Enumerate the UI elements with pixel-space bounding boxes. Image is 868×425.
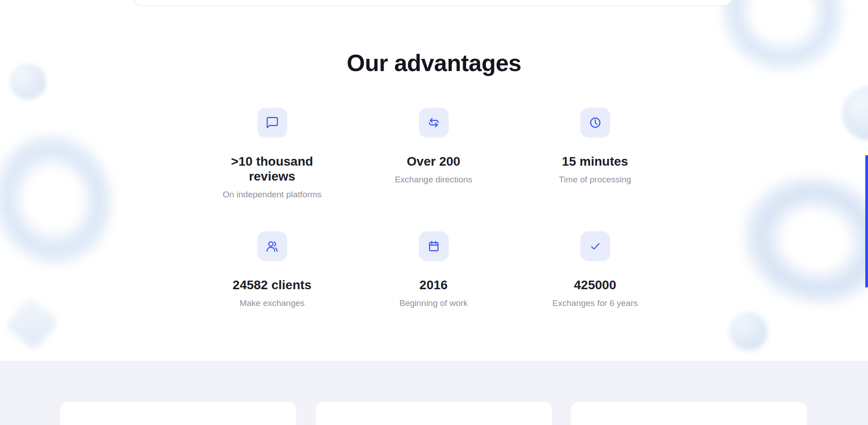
advantage-item: >10 thousand reviewsOn independent platf… bbox=[191, 108, 353, 201]
check-icon-box bbox=[580, 231, 610, 261]
review-card bbox=[60, 402, 296, 425]
advantage-subtext: Exchange directions bbox=[353, 174, 514, 186]
advantage-heading: Over 200 bbox=[353, 154, 514, 169]
advantage-item: 15 minutesTime of processing bbox=[514, 108, 676, 201]
advantage-subtext: Time of processing bbox=[514, 174, 676, 186]
exchange-arrows-icon-box bbox=[419, 108, 449, 138]
advantage-heading: 24582 clients bbox=[191, 277, 353, 292]
advantage-heading: 2016 bbox=[353, 277, 514, 292]
reviews-section bbox=[0, 361, 868, 425]
advantage-item: 24582 clientsMake exchanges bbox=[191, 231, 353, 309]
scrollbar-thumb[interactable] bbox=[865, 155, 868, 287]
sphere-decoration-right bbox=[842, 86, 868, 140]
page: Our advantages >10 thousand reviewsOn in… bbox=[0, 0, 868, 425]
exchange-form-card-bottom bbox=[133, 0, 733, 6]
users-icon bbox=[266, 239, 279, 253]
advantage-item: 425000Exchanges for 6 years bbox=[514, 231, 676, 309]
torus-3d-decoration-left bbox=[0, 91, 183, 321]
advantage-heading: 425000 bbox=[514, 277, 676, 292]
advantage-heading: 15 minutes bbox=[514, 154, 676, 169]
torus-3d-decoration-bottom-right bbox=[696, 135, 868, 372]
advantage-subtext: Exchanges for 6 years bbox=[514, 298, 676, 309]
clock-icon bbox=[588, 116, 602, 129]
sphere-decoration-bottom-right bbox=[729, 312, 768, 351]
message-square-icon bbox=[266, 116, 279, 129]
advantage-subtext: On independent platforms bbox=[191, 189, 353, 201]
clock-icon-box bbox=[580, 108, 610, 138]
advantage-item: 2016Beginning of work bbox=[353, 231, 514, 309]
advantage-subtext: Make exchanges bbox=[191, 298, 353, 309]
review-card bbox=[316, 402, 552, 425]
check-icon bbox=[588, 239, 602, 253]
calendar-icon bbox=[427, 239, 441, 253]
advantage-subtext: Beginning of work bbox=[353, 298, 514, 309]
cube-decoration-bottom-left bbox=[5, 296, 59, 351]
message-square-icon-box bbox=[257, 108, 287, 138]
calendar-icon-box bbox=[419, 231, 449, 261]
advantages-grid: >10 thousand reviewsOn independent platf… bbox=[191, 108, 676, 309]
section-title: Our advantages bbox=[0, 49, 868, 77]
advantage-heading: >10 thousand reviews bbox=[223, 154, 321, 184]
users-icon-box bbox=[257, 231, 287, 261]
exchange-arrows-icon bbox=[427, 116, 441, 129]
advantage-item: Over 200Exchange directions bbox=[353, 108, 514, 201]
review-card bbox=[571, 402, 807, 425]
